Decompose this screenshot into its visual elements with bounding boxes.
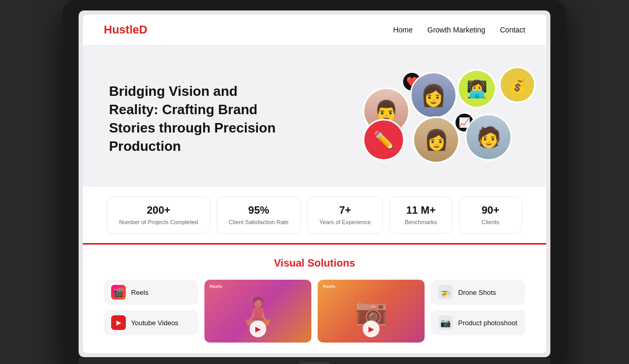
solution-reels[interactable]: 🎬 Reels	[104, 280, 198, 305]
stat-projects-number: 200+	[119, 204, 198, 216]
stat-satisfaction: 95% Client Satisfaction Rate	[216, 196, 300, 234]
nav-growth-marketing-link[interactable]: Growth Marketing	[427, 26, 485, 34]
laptop-screen: HustleD Home Growth Marketing Contact Br…	[79, 10, 550, 357]
stat-benchmarks: 11 M+ Benchmarks	[389, 196, 452, 234]
navbar: HustleD Home Growth Marketing Contact	[83, 15, 546, 46]
stat-years-label: Years of Experience	[319, 218, 371, 226]
solution-youtube[interactable]: ▶ Youtube Videos	[104, 310, 198, 335]
stat-satisfaction-label: Client Satisfaction Rate	[229, 218, 288, 226]
stats-row: 200+ Number of Projects Completed 95% Cl…	[83, 187, 546, 245]
stat-clients-number: 90+	[471, 204, 510, 216]
solutions-grid: 🎬 Reels ▶ Youtube Videos Reels 🧘	[104, 280, 525, 343]
browser-content: HustleD Home Growth Marketing Contact Br…	[83, 15, 546, 353]
solution-drone[interactable]: 🚁 Drone Shots	[431, 280, 525, 305]
avatar-moneybag: 💰	[499, 67, 536, 103]
laptop-base	[79, 358, 550, 364]
avatar-person-3: 👩‍💻	[457, 69, 496, 108]
stat-years: 7+ Years of Experience	[307, 196, 383, 234]
hero-text: Bridging Vision and Reality: Crafting Br…	[109, 82, 277, 156]
logo: HustleD	[104, 23, 147, 37]
product-photoshoot-label: Product photoshoot	[458, 319, 517, 327]
avatar-cluster: ❤️ 📈 👨 👩 👩‍💻 💰	[352, 67, 520, 171]
video-thumb-2[interactable]: Reels 📷 ▶	[318, 280, 425, 343]
stat-benchmarks-label: Benchmarks	[402, 218, 440, 226]
drone-icon: 🚁	[438, 285, 453, 300]
solution-product-photoshoot[interactable]: 📷 Product photoshoot	[431, 310, 525, 335]
video-play-1[interactable]: ▶	[250, 321, 266, 337]
nav-contact-link[interactable]: Contact	[500, 26, 525, 34]
nav-links: Home Growth Marketing Contact	[393, 25, 525, 35]
reels-icon: 🎬	[111, 285, 126, 300]
drone-label: Drone Shots	[458, 289, 496, 296]
youtube-label: Youtube Videos	[131, 319, 178, 327]
nav-growth-marketing[interactable]: Growth Marketing	[427, 25, 485, 35]
hero-headline: Bridging Vision and Reality: Crafting Br…	[109, 82, 277, 156]
solutions-left: 🎬 Reels ▶ Youtube Videos	[104, 280, 198, 335]
solutions-right: 🚁 Drone Shots 📷 Product photoshoot	[431, 280, 525, 335]
stat-clients-label: Clients	[471, 218, 510, 226]
nav-contact[interactable]: Contact	[500, 25, 525, 35]
section-title: Visual Solutions	[104, 257, 525, 269]
camera-icon: 📷	[438, 315, 453, 330]
youtube-icon: ▶	[111, 315, 126, 330]
stat-years-number: 7+	[319, 204, 371, 216]
avatar-person-2: 👩	[410, 72, 457, 119]
stat-projects-label: Number of Projects Completed	[119, 218, 198, 226]
avatar-pencil: ✏️	[363, 119, 405, 161]
stat-clients: 90+ Clients	[459, 196, 522, 234]
section-title-plain: Visual	[274, 257, 305, 269]
stat-projects: 200+ Number of Projects Completed	[107, 196, 210, 234]
avatar-person-4: 👩	[413, 116, 460, 163]
visual-solutions-section: Visual Solutions 🎬 Reels ▶ Youtube Video…	[83, 245, 546, 353]
video-thumb-1[interactable]: Reels 🧘 ▶	[204, 280, 311, 343]
stat-satisfaction-number: 95%	[229, 204, 288, 216]
hero-section: Bridging Vision and Reality: Crafting Br…	[83, 46, 546, 187]
laptop-frame: HustleD Home Growth Marketing Contact Br…	[63, 0, 566, 364]
nav-home[interactable]: Home	[393, 25, 413, 35]
laptop-notch	[299, 362, 330, 364]
avatar-person-5: 🧑	[465, 114, 512, 161]
logo-text: Hustle	[104, 23, 139, 36]
stat-benchmarks-number: 11 M+	[402, 204, 440, 216]
video-play-2[interactable]: ▶	[363, 321, 379, 337]
reels-label: Reels	[131, 289, 148, 296]
section-title-accent: Solutions	[308, 257, 355, 269]
logo-accent: D	[139, 23, 147, 36]
nav-home-link[interactable]: Home	[393, 26, 413, 34]
